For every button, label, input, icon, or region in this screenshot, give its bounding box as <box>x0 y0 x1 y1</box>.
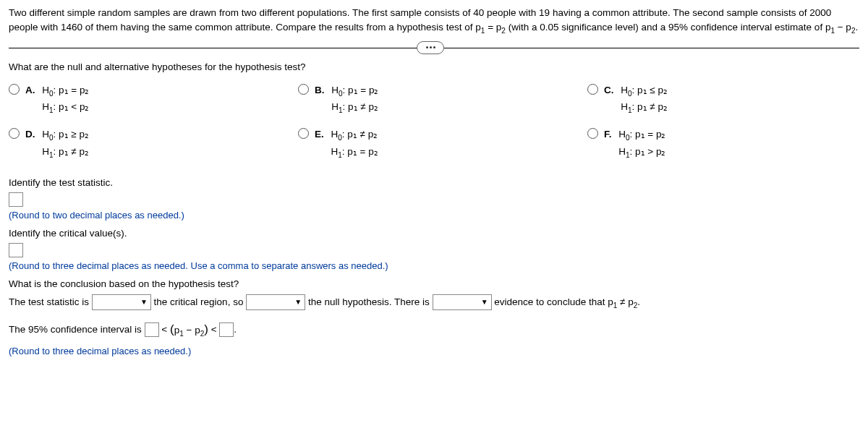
choice-a[interactable]: A. H0: p₁ = p₂ A. H1: p₁ < p₂ <box>9 82 255 116</box>
radio-icon[interactable] <box>298 128 309 139</box>
choice-e[interactable]: E. H0: p₁ ≠ p₂ E. H1: p₁ = p₂ <box>298 127 544 161</box>
radio-icon[interactable] <box>9 84 20 95</box>
problem-statement: Two different simple random samples are … <box>9 6 859 36</box>
choice-c[interactable]: C. H0: p₁ ≤ p₂ C. H1: p₁ ≠ p₂ <box>587 82 833 116</box>
chevron-down-icon: ▼ <box>481 296 488 309</box>
choice-d[interactable]: D. H0: p₁ ≥ p₂ D. H1: p₁ ≠ p₂ <box>9 127 255 161</box>
round-three-comma-note: (Round to three decimal places as needed… <box>9 260 859 271</box>
reject-fail-dropdown[interactable]: ▼ <box>246 294 305 310</box>
critical-value-input[interactable] <box>9 243 23 257</box>
divider <box>9 48 859 48</box>
conclusion-question: What is the conclusion based on the hypo… <box>9 278 859 289</box>
choice-label: A. <box>25 85 35 95</box>
in-out-dropdown[interactable]: ▼ <box>92 294 151 310</box>
radio-icon[interactable] <box>587 128 598 139</box>
round-two-note: (Round to two decimal places as needed.) <box>9 210 859 221</box>
chevron-down-icon: ▼ <box>294 296 302 309</box>
choice-label: D. <box>25 129 35 140</box>
round-three-note: (Round to three decimal places as needed… <box>9 346 859 356</box>
identify-test-statistic-label: Identify the test statistic. <box>9 177 859 188</box>
choice-f[interactable]: F. H0: p₁ = p₂ F. H1: p₁ > p₂ <box>587 127 833 161</box>
radio-icon[interactable] <box>587 84 598 95</box>
choice-label: E. <box>315 129 324 140</box>
evidence-dropdown[interactable]: ▼ <box>433 294 492 310</box>
question-hypotheses: What are the null and alternative hypoth… <box>9 61 859 72</box>
radio-icon[interactable] <box>298 84 309 95</box>
identify-critical-values-label: Identify the critical value(s). <box>9 228 859 239</box>
more-icon[interactable] <box>417 41 444 54</box>
ci-upper-input[interactable] <box>219 322 234 337</box>
chevron-down-icon: ▼ <box>140 296 148 309</box>
radio-icon[interactable] <box>9 128 20 139</box>
conclusion-sentence: The test statistic is ▼ the critical reg… <box>9 294 859 312</box>
choice-label: C. <box>604 85 614 95</box>
choice-label: B. <box>315 85 325 95</box>
choice-grid: A. H0: p₁ = p₂ A. H1: p₁ < p₂ D. H0: p₁ … <box>9 82 859 171</box>
ci-lower-input[interactable] <box>145 322 159 337</box>
ci-sentence: The 95% confidence interval is < (p1 − p… <box>9 319 859 341</box>
choice-b[interactable]: B. H0: p₁ = p₂ B. H1: p₁ ≠ p₂ <box>298 82 544 116</box>
test-statistic-input[interactable] <box>9 192 23 207</box>
choice-label: F. <box>604 129 612 140</box>
